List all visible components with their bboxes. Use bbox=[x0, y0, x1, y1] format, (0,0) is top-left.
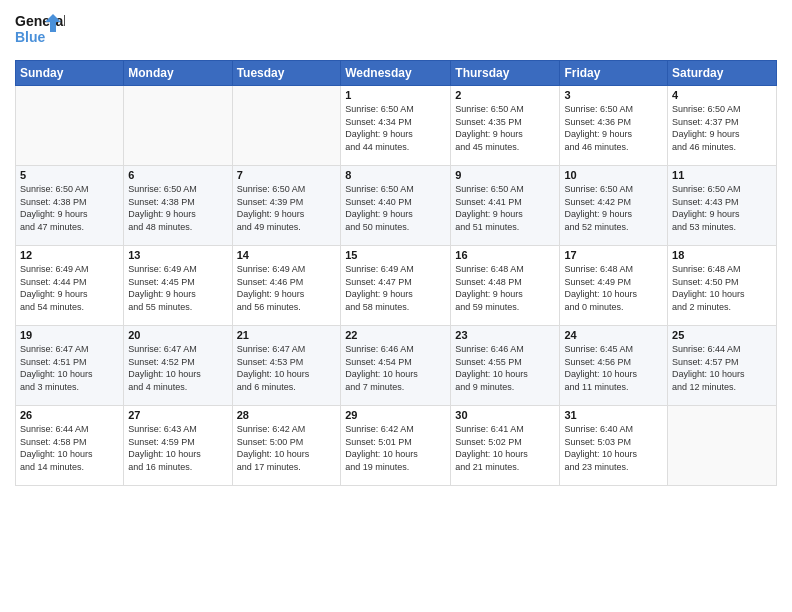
day-info: Sunrise: 6:48 AM Sunset: 4:50 PM Dayligh… bbox=[672, 263, 772, 313]
day-number: 4 bbox=[672, 89, 772, 101]
day-info: Sunrise: 6:50 AM Sunset: 4:35 PM Dayligh… bbox=[455, 103, 555, 153]
day-info: Sunrise: 6:48 AM Sunset: 4:48 PM Dayligh… bbox=[455, 263, 555, 313]
calendar-table: SundayMondayTuesdayWednesdayThursdayFrid… bbox=[15, 60, 777, 486]
day-info: Sunrise: 6:49 AM Sunset: 4:44 PM Dayligh… bbox=[20, 263, 119, 313]
calendar-cell: 3Sunrise: 6:50 AM Sunset: 4:36 PM Daylig… bbox=[560, 86, 668, 166]
day-number: 2 bbox=[455, 89, 555, 101]
calendar-cell bbox=[232, 86, 341, 166]
weekday-header: Sunday bbox=[16, 61, 124, 86]
calendar-cell: 31Sunrise: 6:40 AM Sunset: 5:03 PM Dayli… bbox=[560, 406, 668, 486]
day-number: 10 bbox=[564, 169, 663, 181]
weekday-header: Wednesday bbox=[341, 61, 451, 86]
calendar-cell: 1Sunrise: 6:50 AM Sunset: 4:34 PM Daylig… bbox=[341, 86, 451, 166]
calendar-cell: 23Sunrise: 6:46 AM Sunset: 4:55 PM Dayli… bbox=[451, 326, 560, 406]
calendar-cell: 20Sunrise: 6:47 AM Sunset: 4:52 PM Dayli… bbox=[124, 326, 232, 406]
day-number: 23 bbox=[455, 329, 555, 341]
calendar-cell: 19Sunrise: 6:47 AM Sunset: 4:51 PM Dayli… bbox=[16, 326, 124, 406]
calendar-cell: 11Sunrise: 6:50 AM Sunset: 4:43 PM Dayli… bbox=[668, 166, 777, 246]
day-info: Sunrise: 6:50 AM Sunset: 4:38 PM Dayligh… bbox=[20, 183, 119, 233]
calendar-cell: 30Sunrise: 6:41 AM Sunset: 5:02 PM Dayli… bbox=[451, 406, 560, 486]
day-number: 31 bbox=[564, 409, 663, 421]
calendar-cell: 21Sunrise: 6:47 AM Sunset: 4:53 PM Dayli… bbox=[232, 326, 341, 406]
day-info: Sunrise: 6:47 AM Sunset: 4:51 PM Dayligh… bbox=[20, 343, 119, 393]
calendar-week-row: 12Sunrise: 6:49 AM Sunset: 4:44 PM Dayli… bbox=[16, 246, 777, 326]
day-info: Sunrise: 6:50 AM Sunset: 4:34 PM Dayligh… bbox=[345, 103, 446, 153]
calendar-cell: 2Sunrise: 6:50 AM Sunset: 4:35 PM Daylig… bbox=[451, 86, 560, 166]
day-info: Sunrise: 6:43 AM Sunset: 4:59 PM Dayligh… bbox=[128, 423, 227, 473]
calendar-week-row: 1Sunrise: 6:50 AM Sunset: 4:34 PM Daylig… bbox=[16, 86, 777, 166]
calendar-cell: 9Sunrise: 6:50 AM Sunset: 4:41 PM Daylig… bbox=[451, 166, 560, 246]
calendar-cell: 25Sunrise: 6:44 AM Sunset: 4:57 PM Dayli… bbox=[668, 326, 777, 406]
weekday-header: Tuesday bbox=[232, 61, 341, 86]
day-info: Sunrise: 6:50 AM Sunset: 4:40 PM Dayligh… bbox=[345, 183, 446, 233]
day-number: 18 bbox=[672, 249, 772, 261]
weekday-header: Friday bbox=[560, 61, 668, 86]
day-number: 26 bbox=[20, 409, 119, 421]
page-header: GeneralBlue bbox=[15, 10, 777, 52]
calendar-cell: 29Sunrise: 6:42 AM Sunset: 5:01 PM Dayli… bbox=[341, 406, 451, 486]
day-number: 17 bbox=[564, 249, 663, 261]
day-number: 12 bbox=[20, 249, 119, 261]
day-info: Sunrise: 6:42 AM Sunset: 5:00 PM Dayligh… bbox=[237, 423, 337, 473]
svg-text:Blue: Blue bbox=[15, 29, 46, 45]
weekday-header: Saturday bbox=[668, 61, 777, 86]
day-number: 30 bbox=[455, 409, 555, 421]
day-number: 21 bbox=[237, 329, 337, 341]
calendar-cell: 15Sunrise: 6:49 AM Sunset: 4:47 PM Dayli… bbox=[341, 246, 451, 326]
day-number: 28 bbox=[237, 409, 337, 421]
calendar-cell: 5Sunrise: 6:50 AM Sunset: 4:38 PM Daylig… bbox=[16, 166, 124, 246]
day-number: 16 bbox=[455, 249, 555, 261]
day-number: 6 bbox=[128, 169, 227, 181]
calendar-week-row: 5Sunrise: 6:50 AM Sunset: 4:38 PM Daylig… bbox=[16, 166, 777, 246]
calendar-cell: 14Sunrise: 6:49 AM Sunset: 4:46 PM Dayli… bbox=[232, 246, 341, 326]
day-info: Sunrise: 6:49 AM Sunset: 4:47 PM Dayligh… bbox=[345, 263, 446, 313]
calendar-cell bbox=[16, 86, 124, 166]
weekday-header-row: SundayMondayTuesdayWednesdayThursdayFrid… bbox=[16, 61, 777, 86]
day-number: 3 bbox=[564, 89, 663, 101]
weekday-header: Thursday bbox=[451, 61, 560, 86]
day-number: 29 bbox=[345, 409, 446, 421]
calendar-week-row: 19Sunrise: 6:47 AM Sunset: 4:51 PM Dayli… bbox=[16, 326, 777, 406]
day-info: Sunrise: 6:48 AM Sunset: 4:49 PM Dayligh… bbox=[564, 263, 663, 313]
logo: GeneralBlue bbox=[15, 10, 65, 52]
day-info: Sunrise: 6:50 AM Sunset: 4:38 PM Dayligh… bbox=[128, 183, 227, 233]
day-number: 1 bbox=[345, 89, 446, 101]
day-info: Sunrise: 6:50 AM Sunset: 4:42 PM Dayligh… bbox=[564, 183, 663, 233]
day-info: Sunrise: 6:50 AM Sunset: 4:41 PM Dayligh… bbox=[455, 183, 555, 233]
calendar-cell: 22Sunrise: 6:46 AM Sunset: 4:54 PM Dayli… bbox=[341, 326, 451, 406]
day-info: Sunrise: 6:50 AM Sunset: 4:36 PM Dayligh… bbox=[564, 103, 663, 153]
calendar-cell: 16Sunrise: 6:48 AM Sunset: 4:48 PM Dayli… bbox=[451, 246, 560, 326]
day-number: 22 bbox=[345, 329, 446, 341]
calendar-cell: 17Sunrise: 6:48 AM Sunset: 4:49 PM Dayli… bbox=[560, 246, 668, 326]
calendar-cell: 4Sunrise: 6:50 AM Sunset: 4:37 PM Daylig… bbox=[668, 86, 777, 166]
calendar-week-row: 26Sunrise: 6:44 AM Sunset: 4:58 PM Dayli… bbox=[16, 406, 777, 486]
calendar-cell: 12Sunrise: 6:49 AM Sunset: 4:44 PM Dayli… bbox=[16, 246, 124, 326]
day-info: Sunrise: 6:50 AM Sunset: 4:39 PM Dayligh… bbox=[237, 183, 337, 233]
day-info: Sunrise: 6:47 AM Sunset: 4:52 PM Dayligh… bbox=[128, 343, 227, 393]
day-number: 9 bbox=[455, 169, 555, 181]
day-info: Sunrise: 6:49 AM Sunset: 4:45 PM Dayligh… bbox=[128, 263, 227, 313]
day-info: Sunrise: 6:42 AM Sunset: 5:01 PM Dayligh… bbox=[345, 423, 446, 473]
day-info: Sunrise: 6:44 AM Sunset: 4:57 PM Dayligh… bbox=[672, 343, 772, 393]
calendar-cell: 28Sunrise: 6:42 AM Sunset: 5:00 PM Dayli… bbox=[232, 406, 341, 486]
day-info: Sunrise: 6:47 AM Sunset: 4:53 PM Dayligh… bbox=[237, 343, 337, 393]
general-blue-logo: GeneralBlue bbox=[15, 10, 65, 52]
calendar-cell: 7Sunrise: 6:50 AM Sunset: 4:39 PM Daylig… bbox=[232, 166, 341, 246]
calendar-cell: 10Sunrise: 6:50 AM Sunset: 4:42 PM Dayli… bbox=[560, 166, 668, 246]
day-info: Sunrise: 6:46 AM Sunset: 4:54 PM Dayligh… bbox=[345, 343, 446, 393]
calendar-cell: 13Sunrise: 6:49 AM Sunset: 4:45 PM Dayli… bbox=[124, 246, 232, 326]
day-info: Sunrise: 6:41 AM Sunset: 5:02 PM Dayligh… bbox=[455, 423, 555, 473]
page-container: GeneralBlue SundayMondayTuesdayWednesday… bbox=[0, 0, 792, 612]
day-number: 14 bbox=[237, 249, 337, 261]
day-number: 11 bbox=[672, 169, 772, 181]
day-info: Sunrise: 6:50 AM Sunset: 4:43 PM Dayligh… bbox=[672, 183, 772, 233]
day-number: 7 bbox=[237, 169, 337, 181]
day-info: Sunrise: 6:49 AM Sunset: 4:46 PM Dayligh… bbox=[237, 263, 337, 313]
day-info: Sunrise: 6:50 AM Sunset: 4:37 PM Dayligh… bbox=[672, 103, 772, 153]
day-number: 13 bbox=[128, 249, 227, 261]
calendar-cell: 26Sunrise: 6:44 AM Sunset: 4:58 PM Dayli… bbox=[16, 406, 124, 486]
day-number: 19 bbox=[20, 329, 119, 341]
calendar-cell: 18Sunrise: 6:48 AM Sunset: 4:50 PM Dayli… bbox=[668, 246, 777, 326]
day-number: 8 bbox=[345, 169, 446, 181]
calendar-cell: 24Sunrise: 6:45 AM Sunset: 4:56 PM Dayli… bbox=[560, 326, 668, 406]
